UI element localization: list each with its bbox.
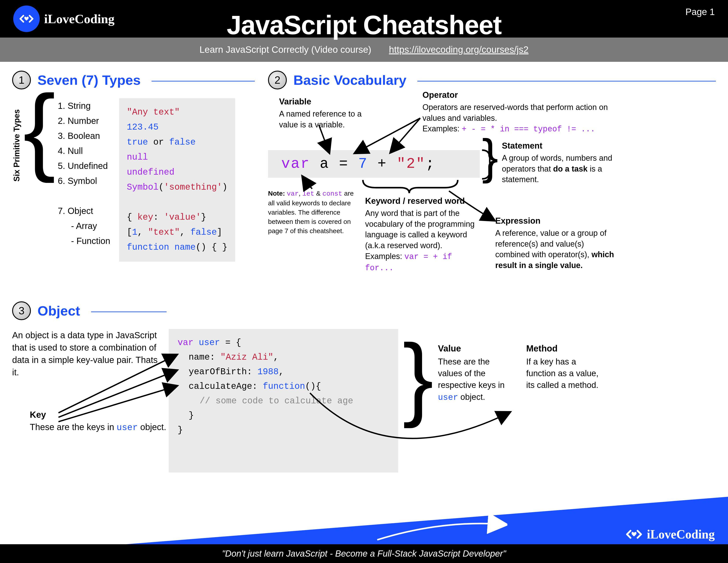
header-gray: Learn JavaScript Correctly (Video course… — [0, 38, 728, 62]
type-null: 4. Null — [58, 143, 110, 158]
type-string: 1. String — [58, 98, 110, 113]
section-title-vocab: Basic Vocabulary — [293, 72, 406, 88]
main-content: 1 Seven (7) Types Six Primitive Types { … — [0, 62, 728, 473]
primitive-types-label: Six Primitive Types — [12, 109, 21, 181]
course-label: Learn JavaScript Correctly (Video course… — [199, 44, 371, 55]
callout-value: Value These are the values of the respec… — [438, 342, 513, 473]
course-link[interactable]: https://ilovecoding.org/courses/js2 — [389, 44, 529, 55]
svg-text:}: } — [482, 129, 498, 184]
callout-keyword: Keyword / reserved word Any word that is… — [365, 195, 482, 274]
note-var-let-const: Note: var, let & const are all valid key… — [268, 189, 356, 235]
section-rule — [152, 81, 255, 81]
callout-statement: Statement A group of words, numbers and … — [502, 140, 619, 185]
brand-logo — [13, 6, 40, 32]
section-vocabulary: 2 Basic Vocabulary var a = 7 + "2"; Vari… — [268, 71, 716, 299]
section-rule — [91, 312, 167, 312]
type-function: - Function — [58, 233, 110, 248]
callout-expression: Expression A reference, value or a group… — [495, 215, 614, 271]
callout-method: Method If a key has a function as a valu… — [526, 342, 599, 473]
document-title: JavaScript Cheatsheet — [227, 10, 501, 40]
section-number-3: 3 — [12, 302, 31, 320]
section-number-2: 2 — [268, 71, 287, 89]
callout-variable: Variable A named reference to a value is… — [279, 96, 381, 130]
brand-name: iLoveCoding — [44, 11, 114, 26]
brace-icon: { — [23, 89, 56, 261]
svg-line-2 — [392, 118, 420, 151]
type-array: - Array — [58, 218, 110, 233]
type-symbol: 6. Symbol — [58, 173, 110, 188]
footer-brand-name: iLoveCoding — [647, 527, 715, 541]
vocab-code: var a = 7 + "2"; — [268, 150, 480, 178]
object-intro: An object is a data type in JavaScript t… — [12, 329, 164, 473]
footer-quote: "Don't just learn JavaScript - Become a … — [222, 549, 506, 559]
types-code: "Any text" 123.45 true or false null und… — [119, 98, 235, 261]
section-types: 1 Seven (7) Types Six Primitive Types { … — [12, 71, 255, 299]
swoosh-arrow-icon — [375, 513, 507, 544]
type-undefined: 5. Undefined — [58, 158, 110, 173]
page-number: Page 1 — [685, 7, 715, 17]
object-code: var user = { name: "Aziz Ali", yearOfBir… — [169, 329, 398, 473]
header-black: iLoveCoding JavaScript Cheatsheet Page 1 — [0, 0, 728, 38]
type-boolean: 3. Boolean — [58, 128, 110, 143]
callout-operator: Operator Operators are reserved-words th… — [422, 89, 617, 135]
section-object: 3 Object An object is a data type in Jav… — [12, 302, 716, 473]
callout-key: Key These are the keys in user object. — [30, 409, 166, 434]
type-object: 7. Object — [58, 203, 110, 218]
code-heart-icon — [19, 11, 34, 26]
footer-brand: iLoveCoding — [625, 525, 715, 543]
brace-icon: } — [403, 345, 433, 473]
section-title-object: Object — [38, 303, 80, 319]
code-heart-icon — [625, 525, 643, 543]
section-rule — [417, 81, 716, 81]
type-number: 2. Number — [58, 113, 110, 128]
types-list: 1. String 2. Number 3. Boolean 4. Null 5… — [58, 98, 110, 261]
